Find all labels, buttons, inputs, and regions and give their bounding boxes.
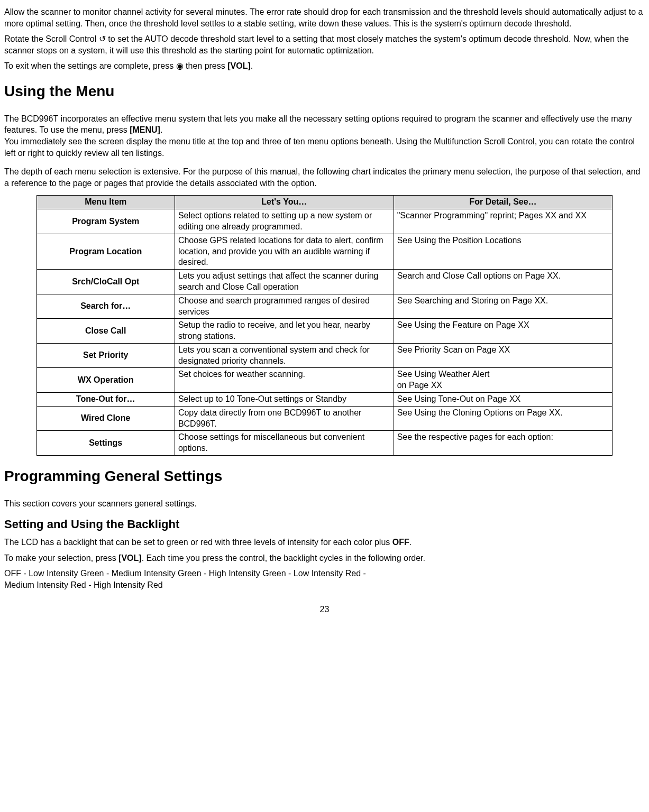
text: then press: [184, 61, 228, 70]
cell-menu-item: Tone-Out for…: [36, 393, 175, 407]
cell-lets-you: Set choices for weather scanning.: [175, 368, 394, 393]
cell-detail: Search and Close Call options on Page XX…: [394, 270, 613, 294]
cell-menu-item: Set Priority: [36, 343, 175, 368]
cell-lets-you: Select up to 10 Tone-Out settings or Sta…: [175, 393, 394, 407]
text: .: [409, 538, 412, 547]
cell-lets-you: Lets you scan a conventional system and …: [175, 343, 394, 368]
cell-menu-item: Settings: [36, 431, 175, 456]
table-row: Close Call Setup the radio to receive, a…: [36, 319, 613, 344]
cell-menu-item: Program Location: [36, 234, 175, 269]
text: .: [160, 125, 162, 134]
heading-setting-and-using-the-backlight: Setting and Using the Backlight: [4, 516, 645, 532]
table-row: Tone-Out for… Select up to 10 Tone-Out s…: [36, 393, 613, 407]
vol-key-label: [VOL]: [118, 553, 142, 562]
cell-lets-you: Choose settings for miscellaneous but co…: [175, 431, 394, 456]
off-label: OFF: [392, 538, 409, 547]
paragraph-1: Allow the scanner to monitor channel act…: [4, 6, 645, 29]
cell-menu-item: Srch/CloCall Opt: [36, 270, 175, 294]
heading-using-the-menu: Using the Menu: [4, 81, 645, 102]
cell-detail: See Searching and Storing on Page XX.: [394, 294, 613, 319]
table-row: Program System Select options related to…: [36, 209, 613, 234]
cell-detail: See Using Weather Alert on Page XX: [394, 368, 613, 393]
cell-detail: See Using the Feature on Page XX: [394, 319, 613, 344]
cell-menu-item: Program System: [36, 209, 175, 234]
cell-menu-item: Wired Clone: [36, 406, 175, 431]
table-header-row: Menu Item Let's You… For Detail, See…: [36, 196, 613, 209]
cell-detail: See Using the Position Locations: [394, 234, 613, 269]
text: Medium Intensity Red - High Intensity Re…: [4, 580, 163, 589]
table-row: Set Priority Lets you scan a conventiona…: [36, 343, 613, 368]
stop-icon: ◉: [176, 61, 184, 70]
header-menu-item: Menu Item: [36, 196, 175, 209]
text: .: [251, 61, 253, 70]
page-number: 23: [4, 604, 645, 615]
paragraph-3: To exit when the settings are complete, …: [4, 60, 645, 72]
header-for-detail: For Detail, See…: [394, 196, 613, 209]
cell-menu-item: Search for…: [36, 294, 175, 319]
text: Rotate the Scroll Control: [4, 34, 99, 43]
scroll-control-icon: ↺: [99, 34, 106, 43]
cell-detail: See Priority Scan on Page XX: [394, 343, 613, 368]
table-row: Wired Clone Copy data directly from one …: [36, 406, 613, 431]
cell-menu-item: Close Call: [36, 319, 175, 344]
cell-menu-item: WX Operation: [36, 368, 175, 393]
text: To exit when the settings are complete, …: [4, 61, 176, 70]
text: You immediately see the screen display t…: [4, 137, 635, 158]
paragraph-8: The LCD has a backlight that can be set …: [4, 537, 645, 548]
cell-detail: "Scanner Programming" reprint; Pages XX …: [394, 209, 613, 234]
paragraph-2: Rotate the Scroll Control ↺ to set the A…: [4, 33, 645, 56]
paragraph-9: To make your selection, press [VOL]. Eac…: [4, 552, 645, 564]
cell-lets-you: Lets you adjust settings that affect the…: [175, 270, 394, 294]
text: To make your selection, press: [4, 553, 118, 562]
cell-lets-you: Copy data directly from one BCD996T to a…: [175, 406, 394, 431]
table-row: Srch/CloCall Opt Lets you adjust setting…: [36, 270, 613, 294]
text: The LCD has a backlight that can be set …: [4, 538, 392, 547]
cell-detail: See Using Tone-Out on Page XX: [394, 393, 613, 407]
table-row: WX Operation Set choices for weather sca…: [36, 368, 613, 393]
cell-detail: See the respective pages for each option…: [394, 431, 613, 456]
cell-detail: See Using the Cloning Options on Page XX…: [394, 406, 613, 431]
heading-programming-general-settings: Programming General Settings: [4, 466, 645, 486]
cell-lets-you: Setup the radio to receive, and let you …: [175, 319, 394, 344]
table-row: Settings Choose settings for miscellaneo…: [36, 431, 613, 456]
menu-key-label: [MENU]: [130, 125, 160, 134]
paragraph-10: OFF - Low Intensity Green - Medium Inten…: [4, 568, 645, 590]
text: . Each time you press the control, the b…: [142, 553, 425, 562]
menu-table: Menu Item Let's You… For Detail, See… Pr…: [36, 195, 613, 456]
table-row: Program Location Choose GPS related loca…: [36, 234, 613, 269]
text: OFF - Low Intensity Green - Medium Inten…: [4, 569, 366, 578]
vol-key-label: [VOL]: [227, 61, 251, 70]
paragraph-4-5: The BCD996T incorporates an effective me…: [4, 113, 645, 159]
header-lets-you: Let's You…: [175, 196, 394, 209]
paragraph-7: This section covers your scanners genera…: [4, 498, 645, 510]
cell-lets-you: Select options related to setting up a n…: [175, 209, 394, 234]
cell-lets-you: Choose and search programmed ranges of d…: [175, 294, 394, 319]
paragraph-6: The depth of each menu selection is exte…: [4, 166, 645, 189]
text: The BCD996T incorporates an effective me…: [4, 114, 632, 135]
cell-lets-you: Choose GPS related locations for data to…: [175, 234, 394, 269]
table-row: Search for… Choose and search programmed…: [36, 294, 613, 319]
